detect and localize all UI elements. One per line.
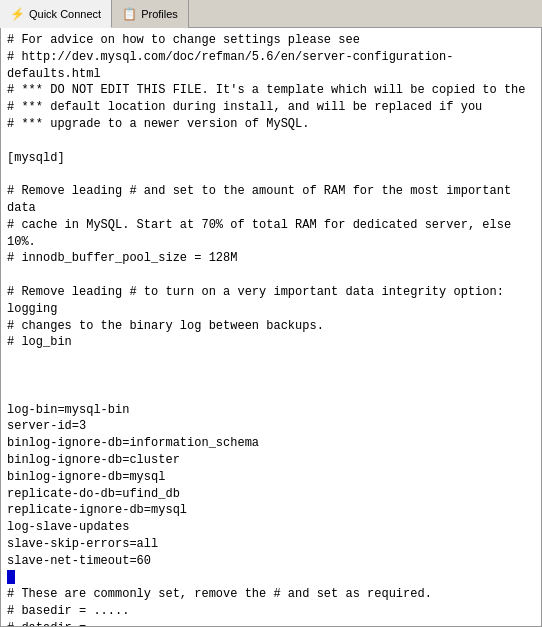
tab-profiles[interactable]: 📋 Profiles: [112, 0, 189, 28]
tab-profiles-label: Profiles: [141, 8, 178, 20]
quick-connect-icon: ⚡: [10, 7, 25, 21]
tab-quick-connect[interactable]: ⚡ Quick Connect: [0, 0, 112, 28]
profiles-icon: 📋: [122, 7, 137, 21]
code-block: # For advice on how to change settings p…: [7, 32, 535, 627]
content-area[interactable]: # For advice on how to change settings p…: [0, 28, 542, 627]
title-bar: ⚡ Quick Connect 📋 Profiles: [0, 0, 542, 28]
tab-quick-connect-label: Quick Connect: [29, 8, 101, 20]
